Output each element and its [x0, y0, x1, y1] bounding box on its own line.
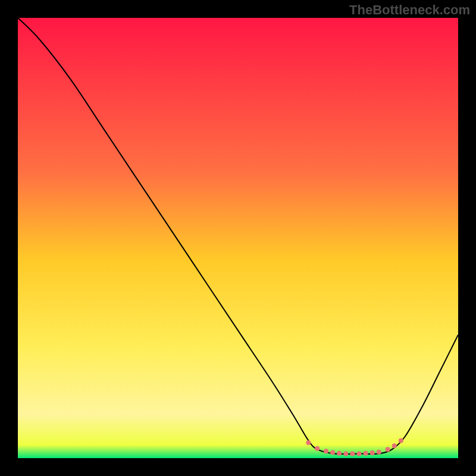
chart-background	[18, 18, 458, 458]
watermark-text: TheBottleneck.com	[349, 2, 470, 18]
optimal-marker	[392, 443, 397, 448]
optimal-marker	[324, 449, 328, 453]
optimal-marker	[343, 452, 348, 456]
optimal-marker	[399, 438, 403, 443]
optimal-marker	[350, 452, 355, 456]
optimal-marker	[370, 450, 375, 455]
optimal-marker	[386, 447, 390, 452]
bottleneck-chart	[18, 18, 458, 458]
optimal-marker	[337, 451, 342, 456]
optimal-marker	[357, 452, 362, 456]
chart-container	[18, 18, 458, 458]
optimal-marker	[315, 446, 320, 451]
optimal-marker	[330, 450, 335, 455]
optimal-marker	[306, 440, 311, 445]
optimal-marker	[377, 450, 381, 455]
optimal-marker	[364, 451, 368, 456]
